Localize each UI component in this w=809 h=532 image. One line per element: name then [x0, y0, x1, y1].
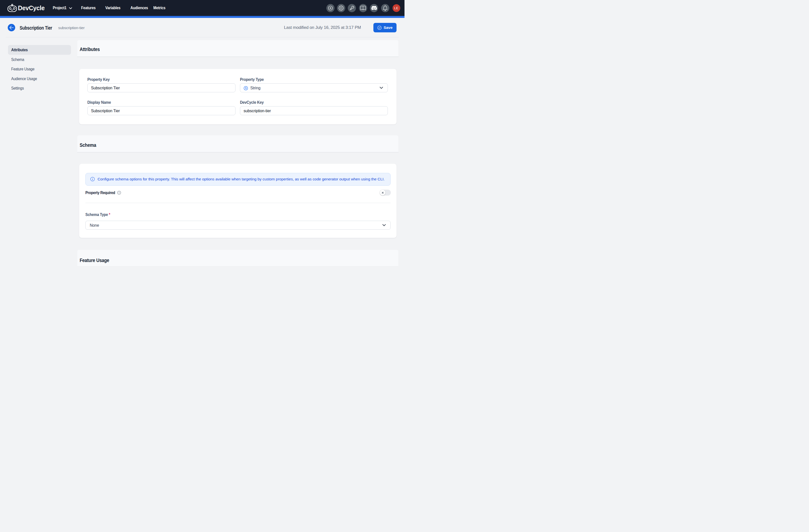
svg-text:S: S	[245, 87, 247, 90]
